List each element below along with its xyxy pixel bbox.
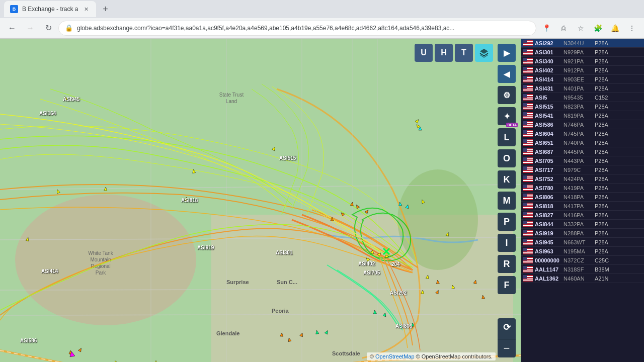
L-button[interactable]: L [498,128,516,146]
flight-row[interactable]: ASI806 N418PA P28A [521,193,644,202]
flight-row[interactable]: ASI844 N332PA P28A [521,220,644,229]
us-flag-icon [523,212,533,218]
flight-row[interactable]: ASI5 N95435 C152 [521,93,644,102]
flight-type: P28A [595,203,612,209]
K-button[interactable]: K [498,170,516,189]
aircraft-label-asi414: ASI414 [41,268,58,274]
flight-registration: N332PA [564,221,594,227]
M-button[interactable]: M [498,192,516,210]
location-button[interactable]: 📍 [538,20,554,36]
flight-row[interactable]: ASI687 N445PA P28A [521,147,644,156]
map-top-buttons: U H T [415,44,493,62]
reload-button[interactable]: ↻ [40,20,56,36]
flight-row[interactable]: ASI752 N424PA P28A [521,174,644,184]
flight-callsign: ASI752 [535,176,562,182]
us-flag-icon [523,239,533,245]
flight-row[interactable]: ASI541 N819PA P28A [521,111,644,120]
flight-row[interactable]: ASI780 N419PA P28A [521,184,644,193]
flight-type: C152 [595,95,612,101]
flight-type: P28A [595,67,612,73]
url-bar[interactable]: 🔒 globe.adsbexchange.com/?icao=a4f31e,aa… [58,21,536,36]
H-button[interactable]: H [435,44,453,62]
flight-row[interactable]: ASI604 N745PA P28A [521,129,644,138]
flight-callsign: ASI586 [535,122,562,128]
flight-type: P28A [595,248,612,254]
flight-callsign: ASI541 [535,113,562,119]
share-button[interactable]: ⎙ [555,20,572,36]
browser-chrome: B B Exchange - track a ✕ + ← → ↻ 🔒 globe… [0,0,644,39]
aircraft-label-asi164: ASI164 [39,111,56,116]
flight-row[interactable]: ASI515 N823PA P28A [521,102,644,111]
forward-button[interactable]: → [22,20,38,36]
flight-callsign: ASI402 [535,67,562,73]
flight-row[interactable]: ASI827 N416PA P28A [521,211,644,220]
flight-type: P28A [595,113,612,119]
flight-type: P28A [595,140,612,146]
P-button[interactable]: P [498,213,516,231]
flight-row[interactable]: ASI818 N417PA P28A [521,202,644,211]
flight-row[interactable]: ASI717 N979C P28A [521,165,644,174]
I-button[interactable]: I [498,234,516,252]
tab-close-button[interactable]: ✕ [82,5,90,13]
flight-row[interactable]: ASI340 N921PA P28A [521,57,644,66]
R-button[interactable]: R [498,255,516,273]
flight-row[interactable]: ASI945 N663WT P28A [521,238,644,247]
T-button[interactable]: T [455,44,473,62]
us-flag-icon [523,257,533,263]
flight-callsign: ASI687 [535,149,562,155]
flight-registration: N318SF [564,266,594,273]
map-area[interactable]: White Tank Mountain Regional Park State … [0,39,521,362]
flight-type: P28A [595,131,612,137]
flight-type: P28A [595,104,612,110]
bookmark-button[interactable]: ☆ [573,20,589,36]
notifications-button[interactable]: 🔔 [607,20,623,36]
beta-button[interactable]: ✦ BETA [498,107,516,125]
flight-row[interactable]: ASI292 N3044U P28A [521,39,644,48]
flight-row[interactable]: ASI431 N401PA P28A [521,84,644,93]
flight-row[interactable]: ASI586 N746PA P28A [521,120,644,129]
us-flag-icon [523,175,533,182]
flight-row[interactable]: AAL1147 N318SF B38M [521,265,644,274]
prev-button[interactable]: ◀ [498,65,516,83]
openstreetmap-link[interactable]: OpenStreetMap [375,353,415,359]
url-text: globe.adsbexchange.com/?icao=a4f31e,aa0a… [77,25,530,32]
flight-type: P28A [595,176,612,182]
U-button[interactable]: U [415,44,433,62]
extensions-button[interactable]: 🧩 [590,20,606,36]
O-button[interactable]: O [498,149,516,167]
flight-registration: N663WT [564,239,594,245]
zoom-out-button[interactable]: − [498,339,516,357]
active-tab[interactable]: B B Exchange - track a ✕ [4,1,96,17]
flight-registration: N903EE [564,76,594,82]
flight-row[interactable]: ASI414 N903EE P28A [521,75,644,84]
flight-callsign: ASI5 [535,95,562,101]
flight-row[interactable]: ASI963 N195MA P28A [521,247,644,256]
flight-row[interactable]: ASI402 N912PA P28A [521,66,644,75]
flight-registration: N417PA [564,203,594,209]
aircraft-label-asi919: ASI919 [197,245,214,250]
flight-type: P28A [595,40,612,46]
flight-callsign: ASI431 [535,85,562,92]
menu-button[interactable]: ⋮ [624,20,640,36]
us-flag-icon [523,194,533,200]
next-button[interactable]: ▶ [498,44,516,62]
replay-area: ⟳ [498,318,516,336]
layers-button[interactable] [475,44,493,62]
F-button[interactable]: F [498,276,516,294]
flight-type: P28A [595,212,612,218]
back-button[interactable]: ← [4,20,20,36]
flight-row[interactable]: ASI651 N740PA P28A [521,138,644,147]
new-tab-button[interactable]: + [98,2,112,16]
flight-row[interactable]: AAL1362 N460AN A21N [521,274,644,283]
flight-row[interactable]: ASI301 N929PA P28A [521,48,644,57]
settings-button[interactable]: ⚙ [498,86,516,104]
us-flag-icon [523,121,533,128]
flight-row[interactable]: ASI705 N443PA P28A [521,156,644,165]
flight-row[interactable]: ASI919 N288PA P28A [521,229,644,238]
flight-registration: N979C [564,167,594,173]
flight-row[interactable]: 00000000 N372CZ C25C [521,256,644,265]
flight-type: P28A [595,167,612,173]
us-flag-icon [523,266,533,273]
replay-button[interactable]: ⟳ [498,318,516,336]
flight-type: P28A [595,49,612,55]
